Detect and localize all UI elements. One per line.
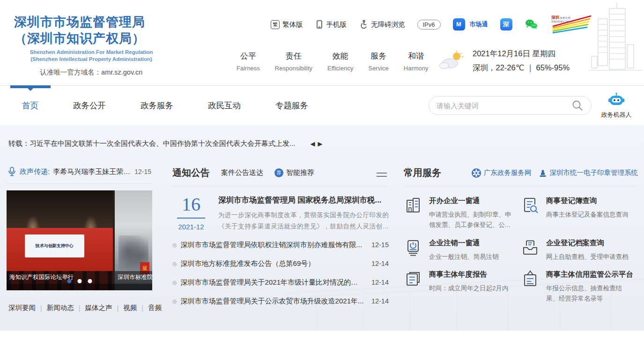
building-sketch-art <box>588 0 644 85</box>
slide-photo-ceiling <box>7 190 113 228</box>
carousel-dot-1[interactable] <box>67 279 71 283</box>
featured-title[interactable]: 深圳市市场监督管理局 国家税务总局深圳市税... <box>218 195 389 205</box>
voice-of-gov-row[interactable]: 政声传递: 李希马兴瑞李玉妹王荣会... 12-15 <box>7 166 152 184</box>
carousel-slide-current[interactable]: 技术与创新支持中心 海知识产权国际论坛举行 <box>7 190 113 290</box>
news-category-links: 深圳要闻| 新闻动态| 媒体之声| 视频| 音频 <box>7 303 152 312</box>
service-card-open-business[interactable]: 开办企业一窗通 申请营业执照、刻制印章、申领发票、员工参保登记、公... <box>404 196 521 231</box>
value-service: 服务Service <box>368 51 388 72</box>
market-app-icon: M <box>453 18 465 30</box>
notice-item-title[interactable]: 深圳市市场监督管理局依职权注销深圳市别亦难服饰有限... <box>181 241 365 249</box>
link-media-voice[interactable]: 媒体之声 <box>81 303 117 312</box>
carousel-slide-next[interactable]: 展 深圳市标准院 <box>115 190 152 290</box>
service-card-credit-platform[interactable]: 商事主体信用监管公示平台 年报公示信息、抽查检查结果、经营异常名录等 <box>521 270 638 304</box>
footer-strip <box>0 331 644 340</box>
service-card-annual-report[interactable]: 商事主体年度报告 时间：成立周年之日起2月内 <box>404 270 521 304</box>
featured-notice[interactable]: 16 2021-12 深圳市市场监督管理局 国家税务总局深圳市税... 为进一步… <box>172 195 389 232</box>
robot-label: 政务机器人 <box>596 111 637 119</box>
ticker-prev-icon[interactable]: ◀ <box>311 140 318 147</box>
e-seal-system-link[interactable]: 深圳市统一电子印章管理系统 <box>538 168 638 178</box>
robot-icon <box>607 92 625 107</box>
link-video[interactable]: 视频 <box>118 303 141 312</box>
phone-icon <box>315 20 324 29</box>
i-shenzhen-app-link[interactable]: 深 <box>500 18 512 30</box>
mobile-version-link[interactable]: 手机版 <box>315 20 347 29</box>
bullet-icon: ◎ <box>172 261 177 267</box>
guangdong-service-link[interactable]: 广东政务服务网 <box>471 168 532 178</box>
accessibility-link[interactable]: 无障碍浏览 <box>359 20 405 29</box>
notice-list-item[interactable]: ◎ 深圳市市场监督管理局关于公示农贸市场升级改造2021年... 12-14 <box>172 292 389 310</box>
carousel-dot-3[interactable] <box>88 279 92 283</box>
service-title[interactable]: 企业登记档案查询 <box>546 238 629 248</box>
notice-list-item[interactable]: ◎ 深圳市市场监督管理局关于2021年市级计量比对情况的通报 12-14 <box>172 273 389 292</box>
bullet-icon: ◎ <box>172 280 177 286</box>
traditional-chinese-link[interactable]: 繁 繁体版 <box>271 20 303 29</box>
smart-recommend-label: 智能推荐 <box>286 168 314 177</box>
service-title[interactable]: 商事主体信用监管公示平台 <box>546 270 634 280</box>
wechat-link[interactable] <box>525 19 538 30</box>
bullet-icon: ◎ <box>172 242 177 248</box>
voice-of-gov-date: 12-15 <box>134 168 151 175</box>
link-audio[interactable]: 音频 <box>143 303 166 312</box>
service-title[interactable]: 商事登记簿查询 <box>546 196 629 206</box>
weather-date: 2021年12月16日 星期四 <box>473 47 570 61</box>
notice-item-title[interactable]: 深圳市地方标准批准发布公告（总第69号） <box>181 259 365 268</box>
more-icon[interactable] <box>377 170 387 179</box>
carousel-caption[interactable]: 海知识产权国际论坛举行 <box>7 271 113 284</box>
link-shenzhen-news[interactable]: 深圳要闻 <box>7 303 40 312</box>
tab-special-services[interactable]: 专题服务 <box>274 98 309 113</box>
recommend-badge-icon: 荐 <box>274 168 283 177</box>
notices-header: 通知公告 案件公告送达 荐 智能推荐 <box>172 166 389 187</box>
ipv6-badge[interactable]: IPv6 <box>417 20 441 30</box>
shenzhen-china-logo[interactable]: 深圳 政府在线 SHENZHEN CHINA <box>550 14 593 35</box>
service-card-registry-query[interactable]: 商事登记簿查询 商事主体登记及备案信息查询 <box>521 196 638 231</box>
carousel-caption-next[interactable]: 深圳市标准院 <box>115 271 152 284</box>
case-announcement-link[interactable]: 案件公告送达 <box>221 168 263 177</box>
notice-list-item[interactable]: ◎ 深圳市地方标准批准发布公告（总第69号） 12-14 <box>172 254 389 273</box>
slide-photo-stage: 技术与创新支持中心 <box>7 228 113 271</box>
notice-list-item[interactable]: ◎ 深圳市市场监督管理局依职权注销深圳市别亦难服饰有限... 12-15 <box>172 235 389 254</box>
voice-of-gov-label: 政声传递: <box>20 167 50 176</box>
news-ticker: 转载：习近平在中国文联第十一次全国代表大会、中国作协第十次全国代表大会开幕式上发… <box>8 139 326 148</box>
service-title[interactable]: 开办企业一窗通 <box>429 196 517 206</box>
archive-box-icon <box>521 238 540 262</box>
featured-date: 16 2021-12 <box>172 195 210 232</box>
gov-robot-widget[interactable]: 政务机器人 <box>596 92 637 119</box>
e-seal-system-label: 深圳市统一电子印章管理系统 <box>550 168 638 177</box>
service-desc: 企业一般注销、简易注销 <box>429 252 499 262</box>
notice-item-date: 12-15 <box>371 241 389 249</box>
tab-gov-services[interactable]: 政务服务 <box>140 98 174 113</box>
microphone-icon <box>7 166 16 177</box>
tab-gov-info[interactable]: 政务公开 <box>72 98 107 113</box>
notice-item-title[interactable]: 深圳市市场监督管理局关于公示农贸市场升级改造2021年... <box>181 297 365 306</box>
service-card-archive-query[interactable]: 企业登记档案查询 网上自助查档、受理申请查档 <box>521 238 638 262</box>
service-title[interactable]: 企业注销一窗通 <box>429 238 499 248</box>
tab-home[interactable]: 首页 <box>21 98 39 113</box>
utility-bar: 繁 繁体版 手机版 无障碍浏览 IPv6 M 市场通 深 <box>271 14 593 35</box>
services-grid: 开办企业一窗通 申请营业执照、刻制印章、申领发票、员工参保登记、公... 商事登… <box>404 196 638 304</box>
tab-interaction[interactable]: 政民互动 <box>207 98 242 113</box>
smart-recommend-link[interactable]: 荐 智能推荐 <box>274 168 314 177</box>
market-app-link[interactable]: M 市场通 <box>453 18 488 30</box>
official-domain-note: 认准唯一官方域名：amr.sz.gov.cn <box>14 68 169 77</box>
sz-logo-cn-text: 深圳 <box>551 15 559 20</box>
ticker-next-icon[interactable]: ▶ <box>318 140 326 147</box>
service-title[interactable]: 商事主体年度报告 <box>429 270 509 280</box>
pinwheel-icon <box>471 168 481 178</box>
news-carousel[interactable]: 技术与创新支持中心 海知识产权国际论坛举行 展 深圳市标准院 <box>7 190 152 290</box>
link-news-updates[interactable]: 新闻动态 <box>42 303 79 312</box>
ticker-controls: ◀▶ <box>311 140 326 147</box>
search-icon[interactable] <box>571 99 584 112</box>
service-card-deregistration[interactable]: 企业注销一窗通 企业一般注销、简易注销 <box>404 238 521 262</box>
svg-text:SHENZHEN CHINA: SHENZHEN CHINA <box>551 20 572 23</box>
wechat-icon <box>525 19 538 30</box>
notice-item-title[interactable]: 深圳市市场监督管理局关于2021年市级计量比对情况的通报 <box>181 278 365 287</box>
main-content: 转载：习近平在中国文联第十一次全国代表大会、中国作协第十次全国代表大会开幕式上发… <box>0 125 644 331</box>
services-header: 常用服务 广东政务服务网 深圳市统一电子印章管理系统 <box>404 166 638 187</box>
site-search[interactable] <box>429 96 592 115</box>
ticker-text[interactable]: 转载：习近平在中国文联第十一次全国代表大会、中国作协第十次全国代表大会开幕式上发… <box>8 139 296 148</box>
featured-month: 2021-12 <box>172 223 210 231</box>
voice-of-gov-title[interactable]: 李希马兴瑞李玉妹王荣会... <box>53 167 131 176</box>
search-input[interactable] <box>437 102 571 110</box>
carousel-dot-2[interactable] <box>77 279 81 283</box>
site-logo[interactable]: 深圳市市场监督管理局 （深圳市知识产权局） Shenzhen Administr… <box>14 14 169 77</box>
